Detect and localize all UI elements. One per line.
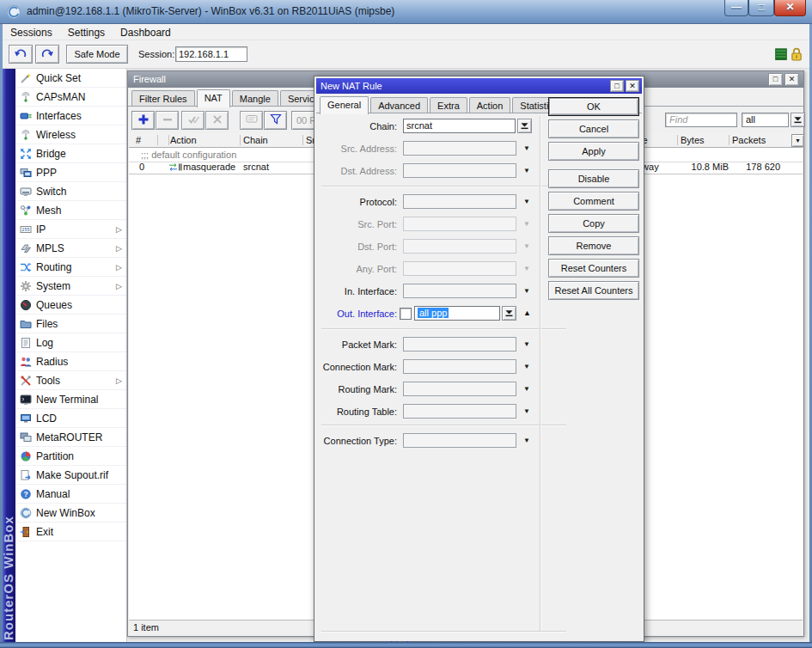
checkbox-not[interactable]: [400, 308, 412, 320]
sidebar-item-quick-set[interactable]: Quick Set: [15, 69, 126, 88]
combo-arrow-icon[interactable]: ▼: [522, 194, 532, 210]
tab-action[interactable]: Action: [469, 97, 511, 113]
dialog-button-ok[interactable]: OK: [548, 97, 639, 116]
column-header[interactable]: #: [136, 134, 141, 147]
sidebar-item-lcd[interactable]: LCD: [15, 409, 126, 428]
field-src-address-input[interactable]: [403, 141, 516, 156]
dialog-button-disable[interactable]: Disable: [548, 169, 639, 188]
sidebar-item-files[interactable]: Files: [15, 315, 126, 333]
dropdown-button[interactable]: [791, 113, 805, 127]
menu-item-dashboard[interactable]: Dashboard: [113, 24, 179, 39]
dialog-button-remove[interactable]: Remove: [548, 236, 639, 255]
menu-item-sessions[interactable]: Sessions: [3, 24, 60, 39]
sidebar-item-make-supout-rif[interactable]: Make Supout.rif: [15, 466, 126, 485]
restore-button[interactable]: □: [768, 73, 783, 86]
sidebar-item-metarouter[interactable]: MetaROUTER: [15, 428, 126, 447]
dialog-button-apply[interactable]: Apply: [548, 142, 639, 161]
sidebar-item-new-terminal[interactable]: New Terminal: [15, 390, 126, 409]
combo-arrow-icon[interactable]: ▼: [522, 337, 532, 352]
close-button[interactable]: ✕: [785, 73, 799, 86]
field-packet-mark-input[interactable]: [403, 337, 516, 352]
maximize-button[interactable]: □: [610, 80, 624, 92]
column-header[interactable]: Chain: [243, 134, 268, 147]
sidebar-item-capsman[interactable]: CAPsMAN: [15, 88, 126, 107]
menu-item-settings[interactable]: Settings: [60, 24, 113, 39]
combo-arrow-icon[interactable]: ▼: [522, 359, 532, 375]
sidebar-item-new-winbox[interactable]: New WinBox: [15, 504, 126, 523]
dialog-button-reset-counters[interactable]: Reset Counters: [548, 259, 639, 278]
sidebar-item-switch[interactable]: Switch: [15, 182, 126, 201]
comment-button[interactable]: [240, 111, 263, 130]
combo-arrow-icon[interactable]: ▼: [522, 163, 532, 179]
disable-button[interactable]: [205, 111, 229, 130]
dialog-button-comment[interactable]: Comment: [548, 192, 639, 211]
brand-strip: RouterOS WinBox: [3, 69, 15, 642]
tab-extra[interactable]: Extra: [430, 97, 467, 113]
column-options-button[interactable]: ▼: [791, 134, 804, 147]
filter-select[interactable]: all: [742, 113, 789, 127]
filter-button[interactable]: [264, 111, 287, 130]
column-header[interactable]: Action: [170, 134, 197, 147]
sidebar-item-ppp[interactable]: PPP: [15, 163, 126, 182]
sidebar-item-mesh[interactable]: Mesh: [15, 201, 126, 220]
dialog-button-reset-all-counters[interactable]: Reset All Counters: [548, 281, 639, 300]
sidebar-item-ip[interactable]: 255IP▷: [15, 220, 126, 239]
combo-arrow-icon[interactable]: ▼: [522, 284, 532, 299]
combo-arrow-icon[interactable]: ▼: [522, 433, 532, 449]
window-frame: [0, 642, 812, 648]
sidebar-item-mpls[interactable]: MPLS▷: [15, 239, 126, 258]
combo-arrow-icon[interactable]: ▼: [522, 404, 532, 419]
session-value[interactable]: 192.168.1.1: [175, 46, 247, 62]
sidebar-item-log[interactable]: Log: [15, 333, 126, 352]
find-input[interactable]: Find: [665, 113, 737, 127]
column-header[interactable]: Bytes: [681, 134, 705, 147]
undo-button[interactable]: [9, 45, 33, 64]
redo-button[interactable]: [35, 45, 59, 64]
sidebar-item-wireless[interactable]: Wireless: [15, 125, 126, 144]
log-icon: [20, 337, 32, 349]
tab-general[interactable]: General: [320, 96, 369, 114]
main-titlebar[interactable]: admin@192.168.1.1 (MikroTik-Server) - Wi…: [0, 0, 812, 24]
field-connection-mark-input[interactable]: [403, 359, 516, 374]
combo-arrow-icon[interactable]: ▼: [522, 382, 532, 397]
collapse-up-arrow[interactable]: ▲: [523, 306, 531, 321]
sidebar-item-tools[interactable]: Tools▷: [15, 371, 126, 390]
sidebar-item-system[interactable]: System▷: [15, 277, 126, 296]
selected-value: all ppp: [418, 308, 449, 318]
field-out-interface-input[interactable]: all ppp: [414, 306, 500, 321]
add-button[interactable]: [131, 111, 155, 130]
sidebar-item-radius[interactable]: Radius: [15, 352, 126, 371]
tab-mangle[interactable]: Mangle: [232, 90, 278, 106]
sidebar-item-exit[interactable]: Exit: [15, 523, 126, 541]
maximize-button[interactable]: □: [748, 0, 774, 16]
field-chain-input[interactable]: srcnat: [403, 119, 516, 133]
dropdown-button[interactable]: [502, 306, 516, 321]
field-connection-type-input[interactable]: [403, 433, 516, 448]
minimize-button[interactable]: —: [724, 0, 748, 16]
close-button[interactable]: ✕: [626, 80, 639, 92]
safe-mode-button[interactable]: Safe Mode: [66, 45, 128, 64]
combo-arrow-icon[interactable]: ▼: [522, 141, 532, 156]
sidebar-item-routing[interactable]: Routing▷: [15, 258, 126, 277]
field-routing-mark-input[interactable]: [403, 382, 516, 396]
sidebar-item-interfaces[interactable]: Interfaces: [15, 107, 126, 125]
sidebar-item-partition[interactable]: Partition: [15, 447, 126, 466]
dropdown-button[interactable]: [517, 119, 532, 133]
column-header[interactable]: Packets: [732, 134, 766, 147]
close-button[interactable]: ✕: [774, 0, 806, 16]
enable-button[interactable]: [181, 111, 205, 130]
dialog-button-cancel[interactable]: Cancel: [548, 119, 639, 138]
sidebar-item-manual[interactable]: ?Manual: [15, 485, 126, 504]
tab-filter-rules[interactable]: Filter Rules: [131, 90, 195, 106]
sidebar-item-queues[interactable]: Queues: [15, 296, 126, 315]
dialog-button-copy[interactable]: Copy: [548, 214, 639, 233]
field-protocol-input[interactable]: [403, 194, 516, 209]
field-routing-table-input[interactable]: [403, 404, 516, 419]
sidebar-item-bridge[interactable]: Bridge: [15, 144, 126, 163]
dialog-titlebar[interactable]: New NAT Rule □ ✕: [316, 78, 642, 94]
field-in-interface-input[interactable]: [403, 284, 516, 298]
remove-button[interactable]: [156, 111, 179, 130]
tab-advanced[interactable]: Advanced: [370, 97, 428, 113]
tab-nat[interactable]: NAT: [197, 89, 230, 107]
field-dst-address-input[interactable]: [403, 163, 516, 178]
